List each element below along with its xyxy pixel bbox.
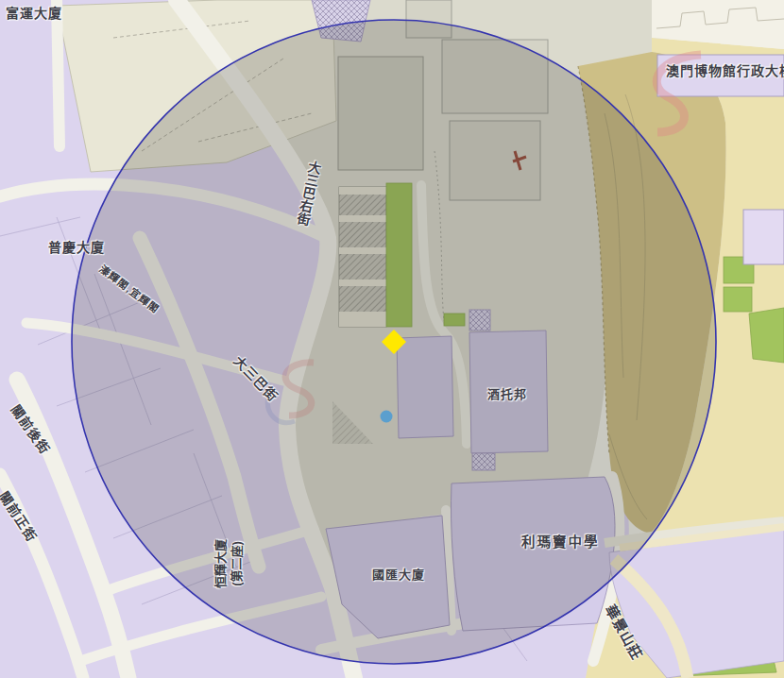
map-canvas[interactable]: 富運大廈 澳門博物館行政大樓 普慶大廈 溱輝閣,宜輝閣 大三巴右街 大三巴街 關… — [0, 0, 784, 678]
poi-dot-marker[interactable] — [381, 411, 393, 423]
map-layers — [0, 0, 784, 678]
